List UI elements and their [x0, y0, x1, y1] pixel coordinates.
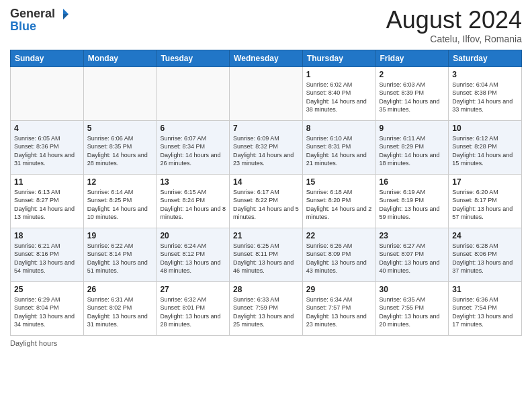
day-info: Sunrise: 6:02 AM Sunset: 8:40 PM Dayligh… [306, 81, 372, 114]
table-row: 23Sunrise: 6:27 AM Sunset: 8:07 PM Dayli… [375, 228, 449, 281]
day-number: 18 [14, 231, 80, 240]
table-row: 12Sunrise: 6:14 AM Sunset: 8:25 PM Dayli… [83, 174, 157, 228]
day-number: 16 [380, 177, 445, 187]
day-info: Sunrise: 6:33 AM Sunset: 7:59 PM Dayligh… [233, 295, 299, 329]
table-row: 9Sunrise: 6:11 AM Sunset: 8:29 PM Daylig… [375, 120, 449, 174]
day-info: Sunrise: 6:29 AM Sunset: 8:04 PM Dayligh… [14, 295, 80, 329]
table-row: 25Sunrise: 6:29 AM Sunset: 8:04 PM Dayli… [11, 281, 84, 335]
day-info: Sunrise: 6:19 AM Sunset: 8:19 PM Dayligh… [380, 188, 445, 222]
day-info: Sunrise: 6:07 AM Sunset: 8:34 PM Dayligh… [160, 134, 226, 168]
table-row: 4Sunrise: 6:05 AM Sunset: 8:36 PM Daylig… [11, 120, 84, 174]
table-row: 20Sunrise: 6:24 AM Sunset: 8:12 PM Dayli… [157, 228, 230, 281]
day-info: Sunrise: 6:36 AM Sunset: 7:54 PM Dayligh… [452, 295, 518, 329]
logo-blue: Blue [10, 19, 36, 33]
day-number: 27 [160, 285, 226, 294]
day-info: Sunrise: 6:31 AM Sunset: 8:02 PM Dayligh… [87, 295, 153, 329]
day-info: Sunrise: 6:25 AM Sunset: 8:11 PM Dayligh… [233, 242, 299, 275]
table-row: 28Sunrise: 6:33 AM Sunset: 7:59 PM Dayli… [230, 281, 303, 335]
day-number: 12 [87, 177, 153, 187]
col-sunday: Sunday [11, 50, 84, 66]
day-number: 9 [380, 124, 445, 133]
calendar-week-row: 4Sunrise: 6:05 AM Sunset: 8:36 PM Daylig… [11, 120, 522, 174]
daylight-label: Daylight hours [10, 339, 57, 347]
table-row: 2Sunrise: 6:03 AM Sunset: 8:39 PM Daylig… [375, 66, 449, 120]
table-row: 15Sunrise: 6:18 AM Sunset: 8:20 PM Dayli… [302, 174, 375, 228]
table-row: 26Sunrise: 6:31 AM Sunset: 8:02 PM Dayli… [83, 281, 157, 335]
location: Catelu, Ilfov, Romania [386, 34, 522, 44]
day-info: Sunrise: 6:34 AM Sunset: 7:57 PM Dayligh… [306, 295, 372, 329]
table-row: 19Sunrise: 6:22 AM Sunset: 8:14 PM Dayli… [83, 228, 157, 281]
day-number: 17 [452, 177, 518, 187]
calendar-header-row: Sunday Monday Tuesday Wednesday Thursday… [11, 50, 522, 66]
month-title: August 2024 [386, 7, 522, 34]
svg-marker-0 [63, 9, 69, 14]
day-number: 13 [160, 177, 226, 187]
day-number: 11 [14, 177, 80, 187]
day-number: 2 [380, 70, 445, 79]
table-row [11, 66, 84, 120]
logo: General Blue [10, 7, 70, 34]
table-row [83, 66, 157, 120]
footer: Daylight hours [10, 339, 522, 347]
day-info: Sunrise: 6:26 AM Sunset: 8:09 PM Dayligh… [306, 242, 372, 275]
day-number: 24 [452, 231, 518, 240]
table-row: 7Sunrise: 6:09 AM Sunset: 8:32 PM Daylig… [230, 120, 303, 174]
table-row: 6Sunrise: 6:07 AM Sunset: 8:34 PM Daylig… [157, 120, 230, 174]
day-number: 1 [306, 70, 372, 79]
day-number: 4 [14, 124, 80, 133]
calendar-week-row: 1Sunrise: 6:02 AM Sunset: 8:40 PM Daylig… [11, 66, 522, 120]
table-row [230, 66, 303, 120]
calendar-week-row: 11Sunrise: 6:13 AM Sunset: 8:27 PM Dayli… [11, 174, 522, 228]
day-number: 30 [380, 285, 445, 294]
table-row: 1Sunrise: 6:02 AM Sunset: 8:40 PM Daylig… [302, 66, 375, 120]
day-info: Sunrise: 6:28 AM Sunset: 8:06 PM Dayligh… [452, 242, 518, 275]
table-row: 27Sunrise: 6:32 AM Sunset: 8:01 PM Dayli… [157, 281, 230, 335]
table-row: 31Sunrise: 6:36 AM Sunset: 7:54 PM Dayli… [449, 281, 522, 335]
day-number: 23 [380, 231, 445, 240]
calendar-week-row: 18Sunrise: 6:21 AM Sunset: 8:16 PM Dayli… [11, 228, 522, 281]
day-number: 25 [14, 285, 80, 294]
day-info: Sunrise: 6:24 AM Sunset: 8:12 PM Dayligh… [160, 242, 226, 275]
table-row: 18Sunrise: 6:21 AM Sunset: 8:16 PM Dayli… [11, 228, 84, 281]
day-number: 5 [87, 124, 153, 133]
calendar: Sunday Monday Tuesday Wednesday Thursday… [10, 50, 522, 336]
day-info: Sunrise: 6:27 AM Sunset: 8:07 PM Dayligh… [380, 242, 445, 275]
table-row [157, 66, 230, 120]
day-info: Sunrise: 6:21 AM Sunset: 8:16 PM Dayligh… [14, 242, 80, 275]
logo-general: General [10, 7, 55, 21]
day-number: 29 [306, 285, 372, 294]
day-info: Sunrise: 6:15 AM Sunset: 8:24 PM Dayligh… [160, 188, 226, 222]
table-row: 30Sunrise: 6:35 AM Sunset: 7:55 PM Dayli… [375, 281, 449, 335]
day-number: 20 [160, 231, 226, 240]
day-number: 3 [452, 70, 518, 79]
day-info: Sunrise: 6:09 AM Sunset: 8:32 PM Dayligh… [233, 134, 299, 168]
table-row: 5Sunrise: 6:06 AM Sunset: 8:35 PM Daylig… [83, 120, 157, 174]
day-info: Sunrise: 6:32 AM Sunset: 8:01 PM Dayligh… [160, 295, 226, 329]
day-info: Sunrise: 6:04 AM Sunset: 8:38 PM Dayligh… [452, 81, 518, 114]
table-row: 17Sunrise: 6:20 AM Sunset: 8:17 PM Dayli… [449, 174, 522, 228]
table-row: 14Sunrise: 6:17 AM Sunset: 8:22 PM Dayli… [230, 174, 303, 228]
table-row: 16Sunrise: 6:19 AM Sunset: 8:19 PM Dayli… [375, 174, 449, 228]
day-info: Sunrise: 6:12 AM Sunset: 8:28 PM Dayligh… [452, 134, 518, 168]
col-thursday: Thursday [302, 50, 375, 66]
day-number: 8 [306, 124, 372, 133]
day-info: Sunrise: 6:22 AM Sunset: 8:14 PM Dayligh… [87, 242, 153, 275]
page: General Blue August 2024 Catelu, Ilfov, … [0, 0, 532, 411]
table-row: 11Sunrise: 6:13 AM Sunset: 8:27 PM Dayli… [11, 174, 84, 228]
day-number: 14 [233, 177, 299, 187]
day-number: 10 [452, 124, 518, 133]
day-number: 19 [87, 231, 153, 240]
day-number: 22 [306, 231, 372, 240]
day-number: 21 [233, 231, 299, 240]
day-info: Sunrise: 6:20 AM Sunset: 8:17 PM Dayligh… [452, 188, 518, 222]
table-row: 29Sunrise: 6:34 AM Sunset: 7:57 PM Dayli… [302, 281, 375, 335]
table-row: 13Sunrise: 6:15 AM Sunset: 8:24 PM Dayli… [157, 174, 230, 228]
day-info: Sunrise: 6:35 AM Sunset: 7:55 PM Dayligh… [380, 295, 445, 329]
day-info: Sunrise: 6:05 AM Sunset: 8:36 PM Dayligh… [14, 134, 80, 168]
title-area: August 2024 Catelu, Ilfov, Romania [386, 7, 522, 44]
col-friday: Friday [375, 50, 449, 66]
day-number: 31 [452, 285, 518, 294]
day-info: Sunrise: 6:11 AM Sunset: 8:29 PM Dayligh… [380, 134, 445, 168]
day-info: Sunrise: 6:10 AM Sunset: 8:31 PM Dayligh… [306, 134, 372, 168]
col-tuesday: Tuesday [157, 50, 230, 66]
